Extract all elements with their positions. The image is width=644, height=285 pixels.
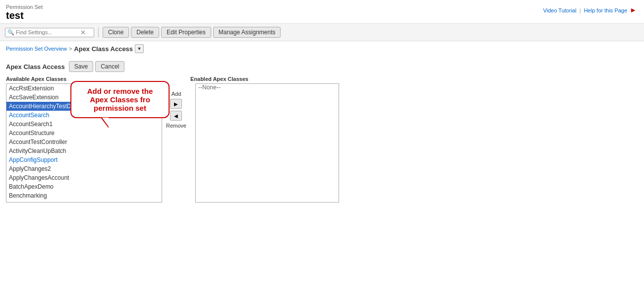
breadcrumb: Permission Set Overview > Apex Class Acc…: [0, 41, 644, 56]
top-links: Video Tutorial | Help for this Page ►: [543, 4, 638, 14]
list-item[interactable]: ActivityCleanUpBatch: [6, 146, 162, 155]
list-item[interactable]: BulkLeadUpdate: [6, 200, 162, 203]
list-item[interactable]: AccountTestController: [6, 138, 162, 146]
toolbar-separator: [98, 27, 99, 37]
list-item[interactable]: AccountSearch1: [6, 120, 162, 129]
remove-button[interactable]: ◀: [170, 111, 182, 121]
breadcrumb-parent-link[interactable]: Permission Set Overview: [6, 46, 67, 52]
clone-button[interactable]: Clone: [103, 27, 129, 38]
breadcrumb-current: Apex Class Access ▼: [74, 44, 144, 53]
search-wrapper: 🔍 ✕: [5, 28, 94, 37]
breadcrumb-separator: >: [69, 46, 72, 52]
callout-text: Add or remove the Apex Classes fro permi…: [87, 87, 153, 112]
search-clear-icon[interactable]: ✕: [80, 29, 86, 36]
breadcrumb-dropdown-icon[interactable]: ▼: [135, 44, 144, 53]
help-link[interactable]: Help for this Page: [584, 7, 627, 13]
section-header: Apex Class Access Save Cancel: [6, 61, 638, 72]
list-item[interactable]: BatchApexDemo: [6, 182, 162, 191]
list-item[interactable]: Benchmarking: [6, 191, 162, 200]
enabled-label: Enabled Apex Classes: [190, 76, 339, 82]
list-item[interactable]: ApplyChangesAccount: [6, 173, 162, 182]
list-item[interactable]: AccountStructure: [6, 129, 162, 138]
main-content: Apex Class Access Save Cancel Available …: [0, 56, 644, 208]
section-title: Apex Class Access: [6, 63, 65, 71]
list-item[interactable]: AppConfigSupport: [6, 155, 162, 164]
callout-arrow-inner: [102, 118, 109, 127]
delete-button[interactable]: Delete: [131, 27, 159, 38]
callout-box: Add or remove the Apex Classes fro permi…: [70, 81, 170, 118]
remove-label: Remove: [166, 123, 186, 129]
permission-set-label: Permission Set: [6, 4, 43, 10]
video-tutorial-link[interactable]: Video Tutorial: [543, 7, 577, 13]
add-label: Add: [172, 91, 181, 97]
list-item[interactable]: ApplyChanges2: [6, 164, 162, 173]
search-icon: 🔍: [7, 29, 14, 36]
cancel-button[interactable]: Cancel: [95, 61, 124, 72]
toolbar: 🔍 ✕ Clone Delete Edit Properties Manage …: [0, 24, 644, 41]
enabled-list-section: Enabled Apex Classes --None--: [190, 76, 339, 203]
transfer-area: Available Apex Classes AccRstExtensionAc…: [6, 76, 638, 203]
header-left: Permission Set test: [6, 4, 43, 21]
none-text: --None--: [196, 83, 223, 93]
add-button[interactable]: ▶: [170, 99, 182, 109]
save-button[interactable]: Save: [69, 61, 93, 72]
top-header: Permission Set test Video Tutorial | Hel…: [0, 0, 644, 24]
manage-assignments-button[interactable]: Manage Assignments: [213, 27, 281, 38]
search-input[interactable]: [16, 29, 80, 35]
edit-properties-button[interactable]: Edit Properties: [161, 27, 211, 38]
callout-wrapper: Add or remove the Apex Classes fro permi…: [70, 81, 170, 118]
enabled-list-box[interactable]: --None--: [195, 83, 339, 203]
permission-set-name: test: [6, 10, 43, 21]
action-buttons: Save Cancel: [69, 61, 125, 72]
